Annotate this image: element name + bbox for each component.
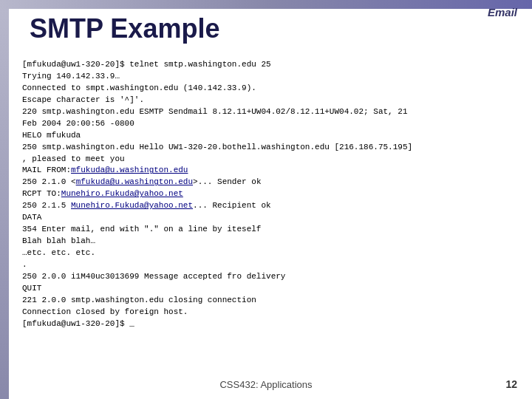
code-line-19: 250 2.0.0 i1M40uc3013699 Message accepte…	[22, 271, 517, 283]
code-line-7: HELO mfukuda	[22, 130, 517, 142]
code-line-15: 354 Enter mail, end with "." on a line b…	[22, 224, 517, 236]
code-line-8: 250 smtp.washington.edu Hello UW1-320-20…	[22, 142, 517, 154]
content-area: [mfukuda@uw1-320-20]$ telnet smtp.washin…	[22, 59, 517, 369]
sender-link[interactable]: mfukuda@u.washington.edu	[76, 177, 193, 186]
slide-container: Email SMTP Example [mfukuda@uw1-320-20]$…	[0, 0, 532, 399]
code-line-20: QUIT	[22, 283, 517, 295]
code-line-6: Feb 2004 20:00:56 -0800	[22, 118, 517, 130]
code-line-9: , pleased to meet you	[22, 154, 517, 166]
rcpt-to-link[interactable]: Munehiro.Fukuda@yahoo.net	[61, 189, 183, 198]
code-line-22: Connection closed by foreign host.	[22, 307, 517, 318]
footer-course: CSS432: Applications	[0, 379, 532, 390]
email-label: Email	[488, 6, 517, 18]
code-line-16: Blah blah blah…	[22, 236, 517, 248]
code-line-10: MAIL FROM:mfukuda@u.washington.edu	[22, 165, 517, 177]
mail-from-link[interactable]: mfukuda@u.washington.edu	[71, 166, 188, 174]
code-line-1: [mfukuda@uw1-320-20]$ telnet smtp.washin…	[22, 59, 517, 71]
code-line-4: Escape character is '^]'.	[22, 95, 517, 106]
code-line-21: 221 2.0.0 smtp.washington.edu closing co…	[22, 295, 517, 307]
page-title: SMTP Example	[30, 13, 219, 44]
recipient-link[interactable]: Munehiro.Fukuda@yahoo.net	[71, 201, 193, 210]
footer: CSS432: Applications	[0, 379, 532, 390]
code-line-13: 250 2.1.5 Munehiro.Fukuda@yahoo.net... R…	[22, 200, 517, 212]
code-line-11: 250 2.1.0 <mfukuda@u.washington.edu>... …	[22, 177, 517, 188]
code-line-5: 220 smtp.washington.edu ESMTP Sendmail 8…	[22, 106, 517, 118]
left-accent-bar	[0, 9, 9, 399]
code-line-17: …etc. etc. etc.	[22, 248, 517, 259]
code-line-3: Connected to smpt.washington.edu (140.14…	[22, 83, 517, 95]
code-line-12: RCPT TO:Munehiro.Fukuda@yahoo.net	[22, 188, 517, 200]
top-accent-bar	[0, 0, 532, 9]
code-line-14: DATA	[22, 212, 517, 224]
code-line-2: Trying 140.142.33.9…	[22, 71, 517, 83]
code-line-18: .	[22, 259, 517, 271]
page-number: 12	[505, 378, 517, 390]
code-line-23: [mfukuda@uw1-320-20]$ _	[22, 318, 517, 330]
